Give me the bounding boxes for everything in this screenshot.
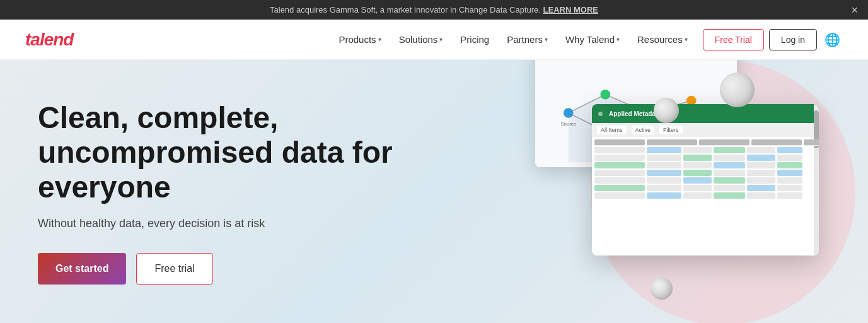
main-nav: Products ▾ Solutions ▾ Pricing Partners … [331, 29, 695, 50]
screen2-dot [598, 112, 603, 116]
nav-pricing[interactable]: Pricing [453, 29, 497, 50]
hero-content: Clean, complete, uncompromised data for … [38, 100, 473, 285]
svg-point-7 [600, 90, 610, 100]
nav-solutions[interactable]: Solutions ▾ [391, 29, 451, 50]
hero-buttons: Get started Free trial [38, 253, 473, 285]
free-trial-button[interactable]: Free Trial [703, 29, 764, 50]
data-table-screen: Applied Metadata All Items Active Filter… [592, 104, 819, 255]
svg-point-6 [564, 108, 574, 118]
table-row [594, 162, 816, 168]
decorative-sphere-3 [651, 278, 673, 300]
nav-partners[interactable]: Partners ▾ [499, 29, 555, 50]
nav-why-talend[interactable]: Why Talend ▾ [558, 29, 627, 50]
header: talend Products ▾ Solutions ▾ Pricing Pa… [0, 20, 868, 60]
chevron-down-icon: ▾ [545, 36, 548, 43]
screen-2-header: Applied Metadata [592, 104, 819, 123]
logo[interactable]: talend [25, 30, 73, 50]
login-button[interactable]: Log in [769, 29, 817, 50]
chevron-down-icon: ▾ [685, 36, 688, 43]
nav-products[interactable]: Products ▾ [331, 29, 388, 50]
table-row [594, 192, 816, 199]
language-selector-icon[interactable]: 🌐 [822, 30, 843, 50]
chevron-down-icon: ▾ [439, 36, 443, 43]
nav-resources[interactable]: Resources ▾ [630, 29, 695, 50]
hero-subtitle: Without healthy data, every decision is … [38, 217, 473, 230]
table-row [594, 170, 816, 176]
hero-free-trial-button[interactable]: Free trial [136, 253, 212, 285]
table-row [594, 185, 816, 191]
chevron-down-icon: ▾ [378, 36, 381, 43]
hero-visual: Source Transform Applied Metadata All It… [429, 60, 868, 323]
table-row [594, 147, 816, 153]
decorative-sphere-2 [720, 73, 755, 107]
screen-2-tabs: All Items Active Filters [592, 123, 819, 137]
table-row [594, 155, 816, 161]
get-started-button[interactable]: Get started [38, 253, 126, 285]
hero-title: Clean, complete, uncompromised data for … [38, 100, 473, 205]
chevron-down-icon: ▾ [616, 36, 620, 43]
tab-3[interactable]: Filters [659, 126, 683, 134]
scrollbar[interactable] [814, 104, 819, 255]
table-header-row [594, 139, 816, 146]
table-row [594, 177, 816, 184]
announcement-bar: Talend acquires Gamma Soft, a market inn… [0, 0, 868, 20]
hero-section: Clean, complete, uncompromised data for … [0, 60, 868, 323]
screen-2-body [592, 137, 819, 203]
close-announcement-button[interactable]: × [851, 4, 858, 16]
nav-actions: Free Trial Log in 🌐 [703, 29, 843, 50]
tab-1[interactable]: All Items [597, 126, 627, 134]
announcement-text: Talend acquires Gamma Soft, a market inn… [270, 5, 541, 15]
svg-text:Source: Source [560, 121, 576, 127]
announcement-link[interactable]: LEARN MORE [543, 5, 598, 15]
decorative-sphere-1 [654, 98, 679, 123]
dashboard-mockup: Source Transform Applied Metadata All It… [497, 91, 813, 293]
tab-2[interactable]: Active [632, 126, 655, 134]
